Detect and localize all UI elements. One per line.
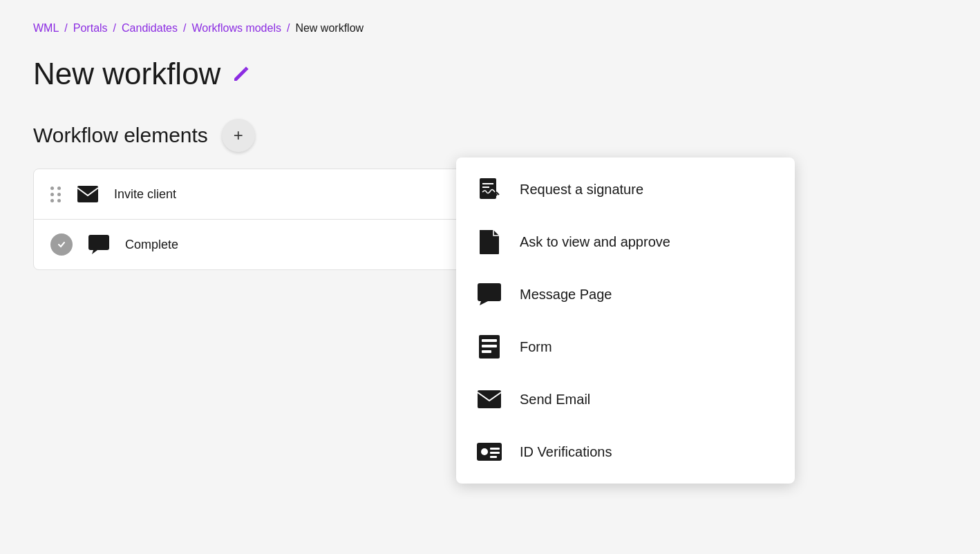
drag-dot	[50, 193, 54, 196]
invite-client-label: Invite client	[114, 187, 454, 202]
chat-icon	[475, 280, 503, 308]
menu-item-message-page[interactable]: Message Page	[456, 268, 795, 321]
id-verifications-label: ID Verifications	[520, 444, 612, 460]
svg-rect-4	[478, 283, 501, 301]
drag-dot	[57, 199, 61, 202]
breadcrumb-sep-3: /	[183, 22, 186, 35]
svg-point-11	[481, 448, 488, 455]
drag-dot	[50, 199, 54, 202]
menu-item-request-signature[interactable]: Request a signature	[456, 163, 795, 216]
section-title: Workflow elements	[33, 124, 208, 147]
svg-rect-0	[77, 186, 98, 202]
breadcrumb-sep-4: /	[287, 22, 290, 35]
breadcrumb-link-workflows-models[interactable]: Workflows models	[191, 22, 281, 35]
drag-dot	[50, 187, 54, 190]
form-icon	[475, 333, 503, 361]
workflow-item-complete[interactable]: Complete ›	[34, 220, 489, 269]
menu-item-send-email[interactable]: Send Email	[456, 373, 795, 426]
drag-handle-invite-client[interactable]	[50, 187, 62, 202]
add-element-dropdown: Request a signature Ask to view and appr…	[456, 157, 795, 484]
svg-rect-12	[490, 448, 500, 450]
breadcrumb-current: New workflow	[295, 22, 364, 35]
section-header: Workflow elements +	[33, 119, 947, 152]
send-email-icon	[475, 385, 503, 413]
ask-view-approve-label: Ask to view and approve	[520, 234, 670, 250]
page-title-row: New workflow	[33, 57, 947, 91]
breadcrumb-link-candidates[interactable]: Candidates	[122, 22, 178, 35]
page-container: WML / Portals / Candidates / Workflows m…	[0, 0, 980, 292]
svg-rect-3	[480, 178, 496, 199]
check-icon	[50, 233, 73, 256]
breadcrumb-link-wml[interactable]: WML	[33, 22, 59, 35]
breadcrumb-link-portals[interactable]: Portals	[73, 22, 108, 35]
menu-item-id-verifications[interactable]: ID Verifications	[456, 426, 795, 478]
drag-dot	[57, 193, 61, 196]
drag-dot	[57, 187, 61, 190]
message-page-label: Message Page	[520, 287, 612, 303]
page-title: New workflow	[33, 57, 220, 91]
svg-rect-9	[478, 390, 501, 408]
svg-point-1	[56, 239, 67, 250]
svg-rect-13	[490, 452, 500, 454]
svg-rect-8	[482, 350, 491, 353]
send-email-label: Send Email	[520, 392, 590, 408]
menu-item-ask-view-approve[interactable]: Ask to view and approve	[456, 216, 795, 268]
email-icon	[75, 182, 100, 207]
request-signature-label: Request a signature	[520, 182, 643, 198]
svg-rect-2	[88, 235, 109, 250]
breadcrumb: WML / Portals / Candidates / Workflows m…	[33, 22, 947, 35]
svg-rect-14	[490, 456, 497, 458]
plus-icon: +	[234, 126, 243, 145]
add-workflow-element-button[interactable]: +	[222, 119, 255, 152]
document-icon	[475, 228, 503, 256]
svg-rect-6	[482, 339, 497, 342]
svg-rect-7	[482, 345, 497, 347]
menu-item-form[interactable]: Form	[456, 321, 795, 373]
workflow-item-invite-client[interactable]: Invite client ›	[34, 169, 489, 220]
breadcrumb-sep-2: /	[113, 22, 116, 35]
breadcrumb-sep-1: /	[64, 22, 67, 35]
workflow-items-list: Invite client › Complete ›	[33, 169, 489, 270]
signature-icon	[475, 175, 503, 203]
complete-label: Complete	[125, 238, 454, 252]
edit-icon[interactable]	[232, 64, 251, 84]
id-card-icon	[475, 438, 503, 466]
form-label: Form	[520, 339, 552, 355]
message-icon	[86, 232, 111, 257]
